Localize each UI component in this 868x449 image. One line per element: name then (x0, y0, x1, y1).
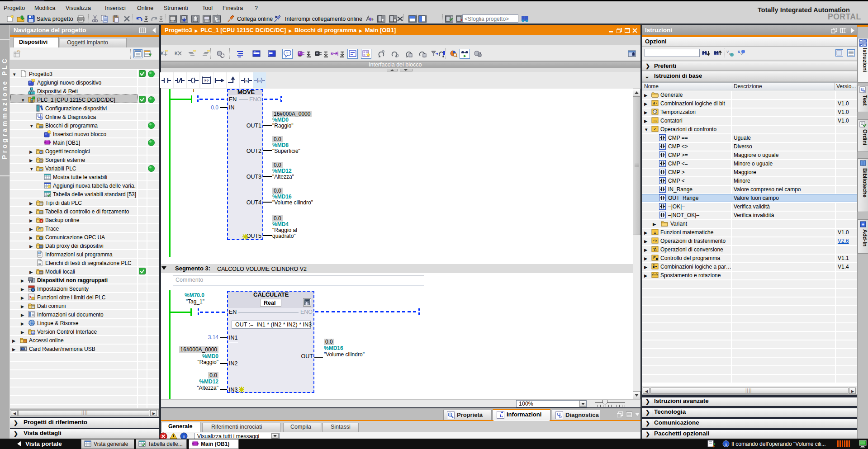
svg-text:RT: RT (216, 19, 220, 23)
svg-text:i: i (183, 434, 185, 439)
svg-text:i: i (725, 441, 726, 447)
svg-text:01: 01 (171, 19, 175, 23)
svg-text:A: A (32, 331, 34, 335)
svg-text:i: i (500, 412, 501, 418)
svg-text:1.1: 1.1 (451, 15, 453, 18)
svg-text:@: @ (39, 160, 42, 162)
svg-text:R: R (258, 79, 261, 83)
svg-text:+1: +1 (653, 119, 657, 123)
svg-text:S: S (245, 79, 248, 83)
svg-text:K: K (331, 52, 334, 56)
svg-text:±: ± (654, 230, 656, 235)
svg-text:K: K (161, 51, 164, 56)
svg-text:01: 01 (299, 55, 302, 57)
svg-text:??: ?? (204, 79, 209, 83)
svg-text:?: ? (371, 18, 374, 22)
svg-text:K: K (175, 51, 178, 56)
svg-text:<: < (654, 127, 656, 132)
svg-text:-I: -I (653, 103, 654, 106)
